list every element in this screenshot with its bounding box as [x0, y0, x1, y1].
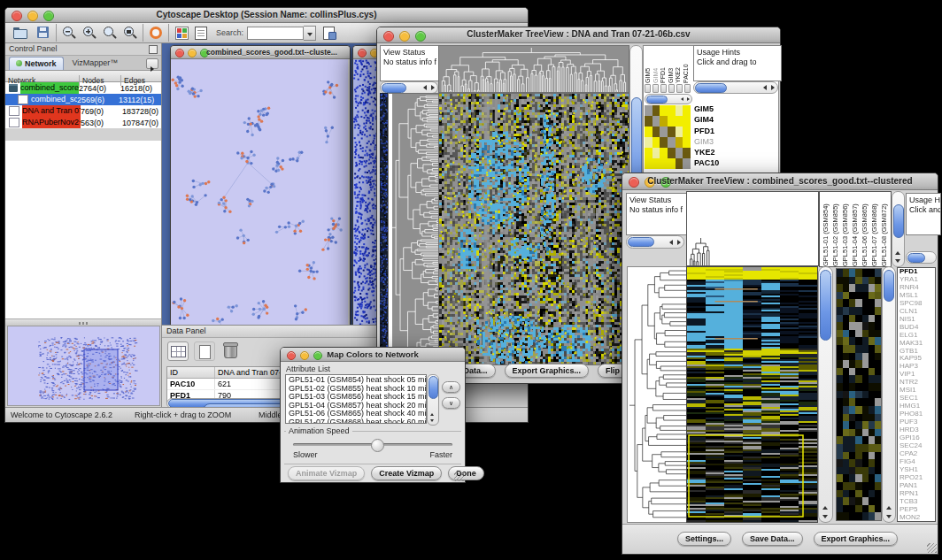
matrix-cell[interactable]	[676, 105, 683, 116]
zoom-fit-icon[interactable]	[102, 25, 118, 41]
treeview-button[interactable]: Export Graphics...	[505, 364, 590, 378]
search-input[interactable]	[247, 27, 304, 40]
zoom-heatmap-canvas[interactable]	[836, 268, 882, 521]
matrix-cell[interactable]	[645, 148, 652, 158]
matrix-cell[interactable]	[668, 127, 676, 137]
matrix-cell[interactable]	[660, 158, 668, 169]
network-table-row[interactable]: RNAPuberNov2+I563(0)107847(0)	[5, 117, 161, 128]
zoom-control-icon[interactable]	[676, 84, 683, 93]
move-down-button[interactable]: ∨	[442, 397, 460, 409]
matrix-cell[interactable]	[668, 148, 676, 158]
treeview-button[interactable]: Settings...	[677, 532, 731, 546]
column-dendrogram-canvas[interactable]	[686, 191, 819, 266]
annotation-icon[interactable]	[193, 25, 209, 41]
network-overview-canvas[interactable]	[7, 326, 160, 406]
network-table-row[interactable]: combined_scores2764(0)16218(0)	[5, 82, 161, 94]
matrix-cell[interactable]	[683, 116, 691, 127]
network-table-row[interactable]: DNA and Tran 07769(0)183728(0)	[5, 105, 161, 117]
treeview-button[interactable]: Save Data...	[742, 532, 803, 546]
tab-vizmapper[interactable]: VizMapper™	[73, 58, 119, 67]
move-up-button[interactable]: ∧	[442, 381, 460, 393]
minimize-icon[interactable]	[188, 49, 197, 58]
view-status-scrollbar[interactable]	[380, 81, 438, 94]
matrix-cell[interactable]	[683, 148, 691, 158]
attribute-item[interactable]: GPL51-07 (GSM868) heat shock 60 min	[289, 418, 426, 425]
zoom-control-icon[interactable]	[645, 84, 651, 93]
zoom-control-icon[interactable]	[668, 84, 675, 93]
matrix-cell[interactable]	[683, 158, 691, 169]
matrix-cell[interactable]	[683, 137, 691, 148]
array-labels-scrollbar[interactable]	[892, 191, 905, 267]
matrix-cell[interactable]	[660, 105, 668, 116]
column-dendrogram-canvas[interactable]	[438, 45, 629, 93]
id-column-header[interactable]: ID	[167, 367, 215, 378]
vizmapper-grid-icon[interactable]	[174, 25, 189, 41]
global-heatmap-canvas[interactable]	[438, 93, 629, 365]
treeview-button[interactable]: Export Graphics...	[814, 532, 899, 546]
view-status-scrollbar[interactable]	[626, 235, 684, 249]
global-heatmap-canvas[interactable]	[686, 266, 818, 523]
matrix-cell[interactable]	[683, 127, 691, 137]
dialog-button[interactable]: Create Vizmap	[371, 466, 442, 480]
matrix-cell[interactable]	[660, 116, 668, 127]
save-icon[interactable]	[35, 25, 51, 41]
matrix-cell[interactable]	[676, 158, 683, 169]
gene-list-scrollbar[interactable]	[882, 266, 896, 523]
matrix-cell[interactable]	[676, 137, 683, 148]
zoom-heatmap-matrix[interactable]	[645, 105, 691, 169]
matrix-cell[interactable]	[676, 116, 683, 127]
matrix-cell[interactable]	[652, 158, 660, 169]
matrix-cell[interactable]	[652, 127, 660, 137]
resize-grip[interactable]	[927, 543, 937, 553]
main-titlebar[interactable]: Cytoscape Desktop (Session Name: collins…	[5, 8, 528, 23]
tab-scroll-right-icon[interactable]	[146, 58, 158, 69]
zoom-control-icon[interactable]	[684, 84, 691, 93]
resize-grip[interactable]	[454, 472, 464, 481]
network-view-canvas[interactable]	[171, 59, 348, 330]
open-file-icon[interactable]	[12, 25, 28, 41]
matrix-cell[interactable]	[668, 105, 676, 116]
matrix-cell[interactable]	[660, 137, 668, 148]
import-attributes-icon[interactable]	[321, 25, 337, 41]
search-dropdown-icon[interactable]	[304, 26, 316, 41]
usage-hints-scrollbar[interactable]	[906, 251, 937, 264]
attribute-table-icon[interactable]	[167, 341, 189, 361]
heatmap-vscrollbar[interactable]	[818, 266, 833, 523]
matrix-cell[interactable]	[652, 137, 660, 148]
zoom-control-icon[interactable]	[652, 84, 659, 93]
attribute-listbox[interactable]: GPL51-01 (GSM854) heat shock 05 minGPL51…	[285, 374, 427, 424]
row-dendrogram-canvas[interactable]	[388, 93, 440, 365]
tab-network[interactable]: Network	[9, 57, 64, 70]
matrix-cell[interactable]	[645, 116, 652, 127]
matrix-cell[interactable]	[676, 148, 683, 158]
matrix-cell[interactable]	[683, 105, 691, 116]
matrix-cell[interactable]	[660, 127, 668, 137]
matrix-cell[interactable]	[645, 127, 652, 137]
zoom-panel-hscrollbar[interactable]	[645, 94, 692, 104]
usage-hints-scrollbar[interactable]	[693, 81, 778, 94]
help-ring-icon[interactable]	[148, 25, 164, 41]
zoom-in-icon[interactable]	[81, 25, 97, 41]
matrix-cell[interactable]	[645, 105, 652, 116]
zoom-control-icon[interactable]	[660, 84, 667, 93]
attribute-list-scrollbar[interactable]	[427, 374, 439, 426]
matrix-cell[interactable]	[645, 158, 652, 169]
matrix-cell[interactable]	[652, 105, 660, 116]
matrix-cell[interactable]	[652, 116, 660, 127]
matrix-cell[interactable]	[668, 137, 676, 148]
matrix-cell[interactable]	[660, 148, 668, 158]
matrix-cell[interactable]	[668, 158, 676, 169]
matrix-cell[interactable]	[645, 137, 652, 148]
animation-speed-slider[interactable]	[293, 443, 452, 446]
matrix-cell[interactable]	[652, 148, 660, 158]
close-icon[interactable]	[175, 49, 184, 58]
delete-attribute-icon[interactable]	[220, 341, 240, 359]
matrix-cell[interactable]	[668, 116, 676, 127]
new-attribute-icon[interactable]	[194, 341, 215, 361]
float-panel-icon[interactable]	[149, 45, 158, 54]
network-table-row[interactable]: combined_sco2569(6)13112(15)	[5, 94, 161, 105]
matrix-cell[interactable]	[676, 127, 683, 137]
zoom-selected-icon[interactable]	[122, 25, 138, 41]
zoom-controls-icons[interactable]	[645, 84, 691, 92]
row-dendrogram-canvas[interactable]	[627, 266, 687, 523]
